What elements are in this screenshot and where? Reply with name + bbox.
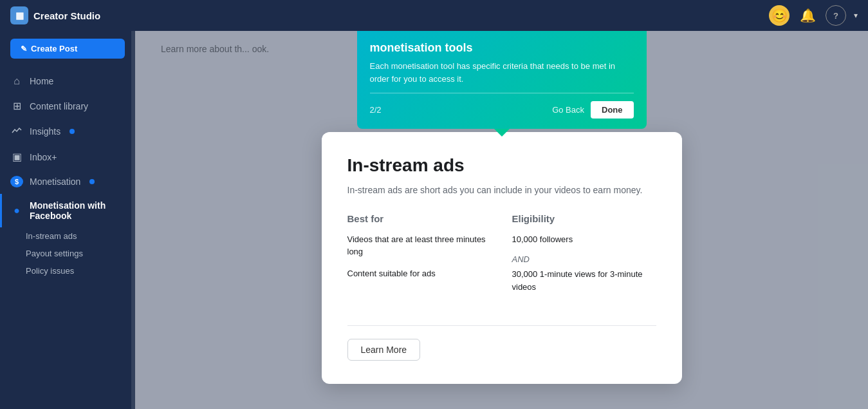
sidebar-sub-item-payout-settings[interactable]: Payout settings [0,245,135,262]
card-subtitle: In-stream ads are short ads you can incl… [347,184,656,195]
sidebar-item-home[interactable]: ⌂ Home [0,69,135,93]
eligibility-column: Eligibility 10,000 followers AND 30,000 … [512,213,656,302]
card-title: In-stream ads [347,155,656,175]
monetisation-badge [89,179,95,184]
card-footer: Learn More [347,325,656,361]
edit-icon: ✎ [21,44,27,53]
eligibility-heading: Eligibility [512,213,656,224]
sidebar-item-monetisation-facebook[interactable]: ● Monetisation with Facebook [0,194,135,227]
learn-more-button[interactable]: Learn More [347,339,421,361]
eligibility-item-1: 10,000 followers [512,233,656,245]
inbox-icon: ▣ [10,151,23,163]
notifications-icon[interactable]: 🔔 [797,5,818,26]
best-for-column: Best for Videos that are at least three … [347,213,492,302]
main-layout: ✎ Create Post ⌂ Home ⊞ Content library I… [0,31,868,409]
logo-text: Creator Studio [33,10,100,21]
sidebar: ✎ Create Post ⌂ Home ⊞ Content library I… [0,31,135,409]
user-avatar[interactable]: 😊 [769,5,790,26]
create-post-button[interactable]: ✎ Create Post [10,39,125,59]
tooltip-title: monetisation tools [370,41,634,55]
tooltip-footer: 2/2 Go Back Done [370,101,634,119]
card-columns: Best for Videos that are at least three … [347,213,656,302]
content-area: Learn more about th... ook. monetisation… [135,31,868,409]
eligibility-and: AND [512,254,656,264]
sidebar-sub-item-in-stream-ads[interactable]: In-stream ads [0,227,135,245]
best-for-heading: Best for [347,213,492,224]
in-stream-ads-card: In-stream ads In-stream ads are short ad… [322,131,682,383]
sidebar-item-insights[interactable]: Insights [0,119,135,144]
dropdown-icon[interactable]: ▾ [854,11,858,20]
sidebar-item-content-library[interactable]: ⊞ Content library [0,93,135,119]
monetisation-icon: $ [10,176,23,187]
monetisation-fb-icon: ● [10,205,23,216]
tooltip-actions: Go Back Done [552,101,633,119]
tooltip-pagination: 2/2 [370,105,382,115]
go-back-button[interactable]: Go Back [552,105,584,115]
best-for-item-2: Content suitable for ads [347,267,492,280]
done-button[interactable]: Done [591,101,634,119]
content-library-icon: ⊞ [10,100,23,112]
insights-icon [10,125,23,138]
tooltip-description: Each monetisation tool has specific crit… [370,60,634,85]
tooltip-divider [370,93,634,93]
eligibility-item-3: 30,000 1-minute views for 3-minute video… [512,268,656,293]
top-navigation: ▦ Creator Studio 😊 🔔 ? ▾ [0,0,868,31]
home-icon: ⌂ [10,75,23,87]
top-nav-right: 😊 🔔 ? ▾ [769,5,858,26]
logo-container: ▦ Creator Studio [10,6,100,24]
sidebar-item-inbox[interactable]: ▣ Inbox+ [0,144,135,169]
tooltip-popover: monetisation tools Each monetisation too… [357,31,647,129]
insights-badge [69,129,75,134]
help-icon[interactable]: ? [826,5,846,26]
sidebar-sub-item-policy-issues[interactable]: Policy issues [0,262,135,280]
best-for-item-1: Videos that are at least three minutes l… [347,233,492,258]
logo-icon: ▦ [10,6,28,24]
sidebar-item-monetisation[interactable]: $ Monetisation [0,169,135,194]
